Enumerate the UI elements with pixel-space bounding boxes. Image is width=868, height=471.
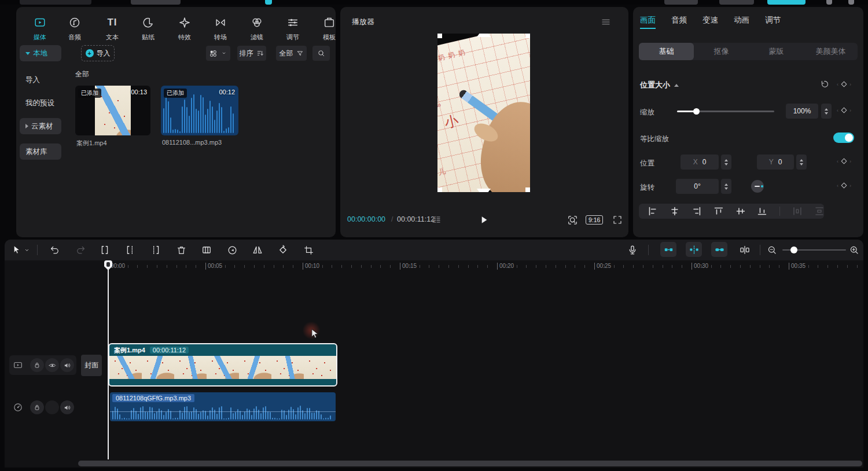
player-menu-icon[interactable] [601,17,611,27]
timeline-ruler[interactable]: 00:00 00:05 00:10 00:15 00:20 00:25 00:3… [5,260,863,273]
titlebar-window-controls-fragment[interactable] [848,0,854,5]
speaker-icon[interactable] [60,358,74,372]
tab-effects[interactable]: 特效 [167,16,203,42]
position-y-stepper[interactable] [796,154,807,170]
stepper-down-icon[interactable] [724,163,728,165]
prev-keyframe-icon[interactable]: ‹ [837,159,838,164]
prev-keyframe-icon[interactable]: ‹ [837,108,838,113]
align-bottom-icon[interactable] [757,207,767,216]
scale-slider[interactable] [677,111,774,112]
selection-handle[interactable] [525,34,530,38]
zoom-out-icon[interactable] [765,243,779,257]
play-icon[interactable] [478,214,490,226]
timeline-zoom-slider[interactable] [782,249,846,251]
align-top-icon[interactable] [714,207,723,216]
import-button[interactable]: + 导入 [81,45,115,61]
props-tab-picture[interactable]: 画面 [640,15,656,25]
keyframe-diamond-icon[interactable] [840,80,848,89]
lock-icon[interactable] [30,358,44,372]
media-item-audio[interactable]: 已添加 00:12 08112108...mp3.mp3 [161,86,238,148]
stepper-up-icon[interactable] [800,159,803,161]
tab-text[interactable]: TI文本 [94,16,130,42]
view-mode-button[interactable] [206,46,230,61]
redo-icon[interactable] [73,243,87,257]
slider-handle[interactable] [693,108,700,115]
reset-icon[interactable] [819,79,829,89]
section-position-size[interactable]: 位置大小 [640,80,679,90]
align-left-icon[interactable] [648,207,657,216]
rotate-value-field[interactable]: 0° [676,179,719,194]
prev-keyframe-icon[interactable]: ‹ [837,82,838,87]
align-right-icon[interactable] [692,207,701,216]
selection-handle[interactable] [437,187,442,192]
rotate-stepper[interactable] [721,179,731,194]
freeze-frame-icon[interactable] [200,243,214,257]
record-voiceover-icon[interactable] [626,243,639,257]
sub-tab-mask[interactable]: 蒙版 [749,43,804,60]
uniform-scale-toggle[interactable] [833,133,854,143]
next-keyframe-icon[interactable]: › [849,82,851,87]
keyframe-control[interactable]: ‹› [837,80,851,89]
horizontal-scrollbar[interactable] [78,461,862,466]
tab-filter[interactable]: 滤镜 [239,16,275,42]
next-keyframe-icon[interactable]: › [849,108,851,113]
position-x-stepper[interactable] [721,154,731,170]
stepper-down-icon[interactable] [825,112,828,115]
sidebar-item-local[interactable]: 本地 [20,45,61,61]
snap-toggle-icon[interactable] [660,242,676,257]
props-tab-speed[interactable]: 变速 [703,15,718,25]
titlebar-export-button-fragment[interactable] [767,0,806,5]
timeline-video-clip[interactable]: 案例1.mp4 00:00:11:12 [108,343,337,387]
lock-icon[interactable] [30,400,44,414]
split-icon[interactable] [98,243,112,257]
track-height-icon[interactable] [738,243,752,257]
position-y-field[interactable]: Y0 [757,154,794,170]
align-middle-vertical-icon[interactable] [736,207,745,216]
frame-view-icon[interactable] [431,214,442,226]
scale-stepper[interactable] [821,104,832,119]
sidebar-item-library[interactable]: 素材库 [20,143,61,160]
delete-left-icon[interactable] [123,243,137,257]
rotate-icon[interactable] [276,243,290,257]
next-keyframe-icon[interactable]: › [849,159,851,164]
keyframe-control[interactable]: ‹› [837,157,851,165]
filter-button[interactable]: 全部 [276,46,307,61]
stepper-up-icon[interactable] [724,183,728,186]
delete-icon[interactable] [174,243,188,257]
sub-tab-cutout[interactable]: 抠像 [694,43,749,60]
tab-sticker[interactable]: 贴纸 [130,16,166,42]
disabled-icon[interactable] [45,400,59,414]
cover-button[interactable]: 封面 [81,355,102,376]
titlebar-window-controls-fragment[interactable] [826,0,832,5]
keyframe-diamond-icon[interactable] [840,157,848,165]
stepper-up-icon[interactable] [825,108,828,111]
delete-right-icon[interactable] [149,243,163,257]
eye-icon[interactable] [45,358,59,372]
props-tab-adjust[interactable]: 调节 [765,15,781,25]
slider-handle[interactable] [790,246,797,253]
selection-handle[interactable] [525,187,530,192]
scale-value-field[interactable]: 100% [786,104,818,119]
props-tab-animation[interactable]: 动画 [734,15,749,25]
fullscreen-icon[interactable] [612,215,623,225]
crop-icon[interactable] [301,243,315,257]
preview-quality-icon[interactable] [567,215,578,226]
tab-audio[interactable]: 音频 [57,16,93,42]
sub-tab-basic[interactable]: 基础 [639,43,694,60]
next-keyframe-icon[interactable]: › [849,183,851,189]
sidebar-item-import[interactable]: 导入 [20,72,61,88]
mirror-icon[interactable] [251,243,264,257]
align-center-horizontal-icon[interactable] [670,207,679,216]
preview-axis-toggle-icon[interactable] [686,242,702,257]
tab-transition[interactable]: 转场 [203,16,238,42]
playhead-line[interactable] [108,262,109,459]
undo-icon[interactable] [47,243,61,257]
selection-handle[interactable] [437,34,442,38]
tab-media[interactable]: 媒体 [22,16,58,42]
keyframe-control[interactable]: ‹› [837,106,851,115]
stepper-down-icon[interactable] [800,163,803,165]
distribute-vertical-icon[interactable] [815,207,824,216]
prev-keyframe-icon[interactable]: ‹ [837,183,838,189]
keyframe-diamond-icon[interactable] [840,181,848,190]
media-item-video[interactable]: 已添加 00:13 案例1.mp4 [75,86,150,148]
